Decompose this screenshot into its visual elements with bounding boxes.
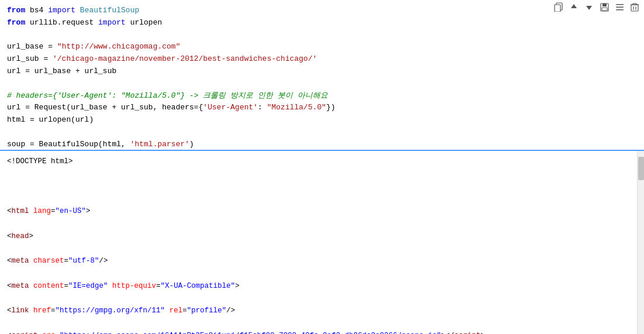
- output-line-7: <link href="https://gmpg.org/xfn/11" rel…: [7, 305, 630, 317]
- code-line-2: from urllib.request import urlopen: [7, 18, 162, 27]
- output-line-2: [7, 181, 630, 193]
- code-line-6: url = url_base + url_sub: [7, 67, 116, 75]
- move-up-icon[interactable]: [569, 2, 579, 12]
- save-icon[interactable]: [600, 2, 609, 12]
- code-line-5: url_sub = '/chicago-magazine/november-20…: [7, 54, 317, 63]
- editor-toolbar: [554, 2, 639, 12]
- copy-icon[interactable]: [554, 2, 563, 12]
- settings-icon[interactable]: [615, 2, 624, 12]
- scrollbar-thumb[interactable]: [638, 157, 644, 180]
- move-down-icon[interactable]: [584, 2, 594, 12]
- svg-rect-5: [616, 4, 624, 5]
- svg-rect-8: [631, 5, 638, 11]
- svg-rect-1: [555, 5, 560, 12]
- code-editor-panel: from bs4 import BeautifulSoup from urlli…: [0, 0, 644, 151]
- output-content: <!DOCTYPE html> <html lang="en-US"> <hea…: [0, 151, 637, 334]
- code-line-4: url_base = "http://www.chicagomag.com": [7, 42, 180, 51]
- output-line-1: <!DOCTYPE html>: [7, 156, 630, 168]
- code-line-9: url = Request(url_base + url_sub, header…: [7, 103, 335, 112]
- svg-rect-7: [616, 9, 624, 11]
- svg-rect-6: [616, 6, 624, 8]
- code-line-10: html = urlopen(url): [7, 115, 94, 124]
- output-line-4: <head>: [7, 230, 630, 243]
- output-line-8: <script src="https://cmp.osano.com/16A1A…: [7, 330, 630, 335]
- code-line-12: soup = BeautifulSoup(html, 'html.parser'…: [7, 140, 194, 149]
- output-panel: <!DOCTYPE html> <html lang="en-US"> <hea…: [0, 151, 644, 334]
- code-line-1: from bs4 import BeautifulSoup: [7, 6, 139, 15]
- output-line-6: <meta content="IE=edge" http-equiv="X-UA…: [7, 280, 630, 292]
- code-content: from bs4 import BeautifulSoup from urlli…: [0, 0, 644, 151]
- svg-rect-3: [603, 4, 607, 6]
- code-line-8: # headers={'User-Agent': "Mozilla/5.0"} …: [7, 91, 328, 100]
- output-line-3: <html lang="en-US">: [7, 205, 630, 218]
- delete-icon[interactable]: [630, 2, 639, 12]
- output-line-5: <meta charset="utf-8"/>: [7, 255, 630, 267]
- svg-rect-4: [602, 8, 607, 11]
- output-scrollbar[interactable]: [637, 151, 644, 334]
- main-container: from bs4 import BeautifulSoup from urlli…: [0, 0, 644, 334]
